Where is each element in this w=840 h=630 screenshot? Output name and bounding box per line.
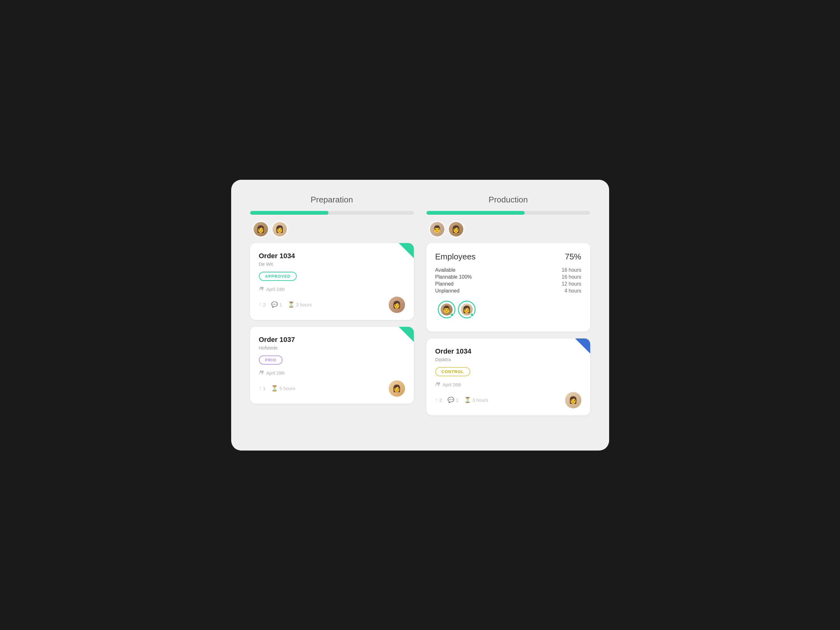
chat-icon: 💬	[271, 301, 278, 308]
prod-card-1-subtitle: Dijsktra	[435, 357, 581, 362]
prep-card-2-stat-time: ⏳ 5 hours	[271, 385, 295, 392]
production-title: Production	[426, 195, 590, 205]
prod-card-1-stat-time: ⏳ 3 hours	[464, 397, 488, 403]
production-column: Production 👨 👩 Employees 75% Available 1…	[426, 195, 590, 435]
prep-card-1-footer: ↑ 2 💬 1 ⏳ 3 hours 👩	[259, 296, 405, 313]
prep-card-1-stat-up: ↑ 2	[259, 302, 266, 308]
prep-card-2[interactable]: Order 1037 Hofstede PRIO April 29th ↑ 1 …	[250, 327, 414, 404]
prep-card-2-avatar: 👩	[388, 380, 405, 397]
production-avatars: 👨 👩	[426, 221, 590, 238]
employees-percentage: 75%	[565, 252, 581, 261]
prod-card-1[interactable]: Order 1034 Dijsktra CONTROL April 26th ↑…	[426, 339, 590, 415]
prep-card-1-stat-time-val: 3 hours	[296, 302, 312, 307]
prep-card-1-stat-time: ⏳ 3 hours	[288, 301, 312, 308]
people-icon	[259, 287, 265, 292]
prod-card-1-footer: ↑ 2 💬 1 ⏳ 3 hours 👩	[435, 392, 581, 408]
employees-label-planned: Planned	[435, 281, 454, 287]
prep-card-2-stat-time-val: 5 hours	[279, 386, 295, 391]
production-progress-bar	[426, 211, 590, 215]
prep-card-1-corner	[399, 243, 414, 258]
prep-card-2-meta: April 29th	[259, 370, 405, 376]
prep-card-1-stat-chat: 💬 1	[271, 301, 282, 308]
people-icon-3	[435, 382, 441, 387]
employees-label-available: Available	[435, 267, 456, 273]
svg-point-5	[438, 382, 440, 384]
prep-card-1-title: Order 1034	[259, 252, 405, 260]
up-icon: ↑	[259, 302, 262, 308]
prod-card-1-badge: CONTROL	[435, 367, 470, 376]
prep-card-1-stat-chat-val: 1	[279, 302, 282, 307]
prep-card-2-stat-up: ↑ 1	[259, 385, 266, 392]
employees-value-available: 16 hours	[562, 267, 581, 273]
employees-row-unplanned: Unplanned 4 hours	[435, 288, 581, 294]
prod-card-1-stat-chat: 💬 1	[448, 397, 458, 403]
employees-row-available: Available 16 hours	[435, 267, 581, 273]
prod-card-1-stat-up-val: 2	[439, 397, 442, 403]
preparation-progress-fill	[250, 211, 329, 215]
preparation-title: Preparation	[250, 195, 414, 205]
employees-rows: Available 16 hours Plannable 100% 16 hou…	[435, 267, 581, 294]
people-icon-2	[259, 370, 265, 376]
prep-card-1-stat-up-val: 2	[263, 302, 265, 307]
svg-point-2	[260, 370, 262, 372]
prep-card-2-badge: PRIO	[259, 356, 283, 365]
prep-card-1-badge: APPROVED	[259, 272, 297, 281]
svg-point-0	[260, 287, 262, 289]
prep-card-1-avatar: 👩	[388, 296, 405, 313]
prep-card-2-stats: ↑ 1 ⏳ 5 hours	[259, 385, 295, 392]
employees-value-plannable: 16 hours	[562, 274, 581, 280]
prep-card-1-meta: April 24th	[259, 287, 405, 292]
employees-header: Employees 75%	[435, 252, 581, 261]
prod-card-1-stat-time-val: 3 hours	[472, 397, 488, 403]
prep-card-2-footer: ↑ 1 ⏳ 5 hours 👩	[259, 380, 405, 397]
employees-value-unplanned: 4 hours	[564, 288, 581, 294]
timer-icon-2: ⏳	[271, 385, 278, 392]
employees-avatar-1-dot	[450, 313, 454, 317]
prep-card-2-date: April 29th	[267, 370, 285, 376]
employees-label-unplanned: Unplanned	[435, 288, 459, 294]
up-icon-3: ↑	[435, 397, 438, 403]
svg-point-1	[262, 287, 264, 289]
main-screen: Preparation 👩 👩 Order 1034 De Wit APPROV…	[231, 180, 609, 450]
prod-card-1-date: April 26th	[443, 382, 461, 387]
svg-point-3	[262, 370, 264, 372]
employees-avatars: 👨 👩	[435, 301, 581, 318]
prep-card-2-corner	[399, 327, 414, 342]
production-progress-fill	[426, 211, 525, 215]
employees-avatar-1: 👨	[438, 301, 455, 318]
prod-card-1-title: Order 1034	[435, 347, 581, 356]
prod-card-1-stat-up: ↑ 2	[435, 397, 442, 403]
preparation-avatars: 👩 👩	[250, 221, 414, 238]
employees-value-planned: 12 hours	[562, 281, 581, 287]
prod-avatar-1: 👨	[429, 221, 445, 238]
timer-icon: ⏳	[288, 301, 294, 308]
prep-card-2-subtitle: Hofstede	[259, 345, 405, 350]
employees-label-plannable: Plannable 100%	[435, 274, 472, 280]
employees-card: Employees 75% Available 16 hours Plannab…	[426, 243, 590, 332]
prep-avatar-2: 👩	[272, 221, 288, 238]
prep-card-2-title: Order 1037	[259, 335, 405, 344]
svg-point-4	[436, 382, 438, 384]
prep-avatar-1: 👩	[253, 221, 269, 238]
employees-title: Employees	[435, 252, 476, 261]
chat-icon-2: 💬	[448, 397, 454, 403]
up-icon-2: ↑	[259, 385, 262, 392]
prep-card-2-stat-up-val: 1	[263, 386, 265, 391]
employees-row-plannable: Plannable 100% 16 hours	[435, 274, 581, 280]
prod-card-1-meta: April 26th	[435, 382, 581, 387]
prod-card-1-corner	[575, 339, 590, 354]
prep-card-1-stats: ↑ 2 💬 1 ⏳ 3 hours	[259, 301, 312, 308]
employees-avatar-2: 👩	[458, 301, 475, 318]
timer-icon-3: ⏳	[464, 397, 471, 403]
prod-card-1-stats: ↑ 2 💬 1 ⏳ 3 hours	[435, 397, 488, 403]
preparation-column: Preparation 👩 👩 Order 1034 De Wit APPROV…	[250, 195, 414, 435]
employees-avatar-2-dot	[470, 313, 474, 317]
preparation-progress-bar	[250, 211, 414, 215]
prod-card-1-stat-chat-val: 1	[456, 397, 458, 403]
employees-row-planned: Planned 12 hours	[435, 281, 581, 287]
prep-card-1[interactable]: Order 1034 De Wit APPROVED April 24th ↑ …	[250, 243, 414, 320]
prod-avatar-2: 👩	[448, 221, 464, 238]
prep-card-1-date: April 24th	[267, 287, 285, 292]
prod-card-1-avatar: 👩	[565, 392, 581, 408]
prep-card-1-subtitle: De Wit	[259, 261, 405, 267]
